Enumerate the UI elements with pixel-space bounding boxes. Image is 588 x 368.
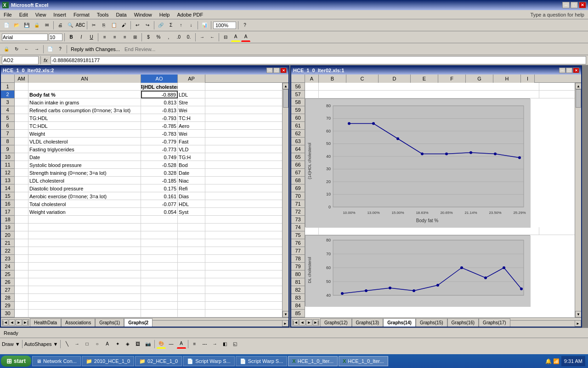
row-header-14[interactable]: 14 <box>1 184 14 192</box>
cell-ap13[interactable]: Niac <box>178 177 205 184</box>
tab-associations[interactable]: Associations <box>61 318 95 327</box>
left-close-btn[interactable]: ✕ <box>280 68 287 73</box>
scroll-track[interactable] <box>283 89 288 311</box>
format-painter-icon[interactable]: 🖌 <box>119 21 129 30</box>
col-header-c[interactable]: C <box>346 75 379 83</box>
permission-icon[interactable]: 🔒 <box>32 21 41 30</box>
right-maximize-btn[interactable]: □ <box>566 68 572 73</box>
cell-am1[interactable] <box>15 83 28 91</box>
cell-ao7[interactable]: -0.783 <box>141 130 178 138</box>
row-header-70[interactable]: 70 <box>291 192 305 200</box>
cell-ao24[interactable] <box>141 263 178 270</box>
start-button[interactable]: ⊞ start <box>1 356 31 367</box>
cell-ap21[interactable] <box>178 239 205 247</box>
menu-help[interactable]: Help <box>156 11 174 18</box>
cell-an10[interactable]: Date <box>28 153 141 161</box>
row-header-78[interactable]: 78 <box>291 255 305 263</box>
arrow-style-icon[interactable]: → <box>210 339 220 349</box>
cell-an20[interactable] <box>28 231 141 239</box>
scroll-down-btn[interactable]: ▼ <box>283 311 288 317</box>
right-tab-last-btn[interactable]: ►| <box>313 319 319 326</box>
cell-an11[interactable]: Systolic blood pressure <box>28 161 141 169</box>
3d-icon[interactable]: ◱ <box>231 339 240 349</box>
menu-adobe[interactable]: Adobe PDF <box>173 11 207 18</box>
row-header-79[interactable]: 79 <box>291 263 305 270</box>
menu-file[interactable]: File <box>0 11 16 18</box>
indent-icon[interactable]: → <box>198 33 207 42</box>
cell-am8[interactable] <box>15 138 28 145</box>
cell-an21[interactable] <box>28 239 141 247</box>
row-header-26[interactable]: 26 <box>1 278 14 286</box>
cell-ao25[interactable] <box>141 270 178 278</box>
cell-ao26[interactable] <box>141 278 178 286</box>
menu-format[interactable]: Format <box>70 11 93 18</box>
tab-graphs17[interactable]: Graphs(17) <box>479 318 510 327</box>
row-header-11[interactable]: 11 <box>1 161 14 169</box>
right-minimize-btn[interactable]: ─ <box>559 68 565 73</box>
col-header-b[interactable]: B <box>319 75 346 83</box>
cell-ap16[interactable]: HDL <box>178 200 205 208</box>
tab-first-btn[interactable]: |◄ <box>2 319 8 326</box>
tab-next-btn[interactable]: ► <box>16 319 22 326</box>
cell-b56[interactable] <box>319 83 539 91</box>
shadow-icon[interactable]: ◧ <box>220 339 230 349</box>
cell-ap28[interactable] <box>178 294 205 302</box>
help3-icon[interactable]: ? <box>56 45 65 54</box>
cell-am26[interactable] <box>15 278 28 286</box>
cell-an26[interactable] <box>28 278 141 286</box>
left-scrollbar-h[interactable] <box>153 320 282 327</box>
forward-icon[interactable]: → <box>32 45 41 54</box>
name-box[interactable] <box>2 56 39 64</box>
chart-icon[interactable]: 📊 <box>200 21 209 30</box>
row-header-15[interactable]: 15 <box>1 192 14 200</box>
scroll-right-btn[interactable]: ► <box>282 320 288 327</box>
cell-am10[interactable] <box>15 153 28 161</box>
merge-icon[interactable]: ⊞ <box>130 33 140 42</box>
scroll-thumb[interactable] <box>283 89 288 108</box>
cell-ao14[interactable]: 0.175 <box>141 184 178 192</box>
hyperlink-icon[interactable]: 🔗 <box>156 21 165 30</box>
col-header-an[interactable]: AN <box>28 75 141 83</box>
cell-ao17[interactable]: 0.054 <box>141 208 178 216</box>
cell-an8[interactable]: VLDL cholesterol <box>28 138 141 145</box>
tab-graphs14[interactable]: Graphs(14) <box>383 318 416 327</box>
align-left-icon[interactable]: ≡ <box>100 33 109 42</box>
taskbar-hce1-btn[interactable]: XHCE_1_0_Iter... <box>288 356 338 366</box>
percent-icon[interactable]: % <box>154 33 163 42</box>
row-header-84[interactable]: 84 <box>291 302 305 310</box>
taskbar-scriptwarp2-btn[interactable]: 📄Script Warp S... <box>236 356 288 366</box>
cell-am16[interactable] <box>15 200 28 208</box>
cell-ao20[interactable] <box>141 231 178 239</box>
cell-am22[interactable] <box>15 247 28 255</box>
cell-an7[interactable]: Weight <box>28 130 141 138</box>
autosum-icon[interactable]: Σ <box>166 21 175 30</box>
cell-ao23[interactable] <box>141 255 178 263</box>
cell-an12[interactable]: Strength training (0=none; 3=a lot) <box>28 169 141 177</box>
cell-ao19[interactable] <box>141 224 178 231</box>
cell-an22[interactable] <box>28 247 141 255</box>
line-tool-icon[interactable]: ╲ <box>62 339 72 349</box>
row-header-25[interactable]: 25 <box>1 270 14 278</box>
col-header-g[interactable]: G <box>466 75 493 83</box>
row-header-80[interactable]: 80 <box>291 270 305 278</box>
row-header-75[interactable]: 75 <box>291 231 305 239</box>
cell-an15[interactable]: Aerobic exercise (0=none; 3=a lot) <box>28 192 141 200</box>
row-header-9[interactable]: 9 <box>1 145 14 153</box>
col-header-am[interactable]: AM <box>15 75 28 83</box>
row-header-28[interactable]: 28 <box>1 294 14 302</box>
clipart-icon[interactable]: 🖼 <box>133 339 142 349</box>
oval-tool-icon[interactable]: ○ <box>93 339 102 349</box>
cell-ap9[interactable]: VLD <box>178 145 205 153</box>
taskbar-hce2-btn[interactable]: XHCE_1_0_Iter... <box>339 356 388 366</box>
col-header-h[interactable]: H <box>493 75 521 83</box>
row-header-6[interactable]: 6 <box>1 122 14 130</box>
cell-am3[interactable] <box>15 98 28 106</box>
tab-graphs15[interactable]: Graphs(15) <box>416 318 447 327</box>
help2-icon[interactable]: ? <box>240 21 249 30</box>
undo-icon[interactable]: ↩ <box>133 21 142 30</box>
cell-an2[interactable]: Body fat % <box>28 91 141 98</box>
row-header-3[interactable]: 3 <box>1 98 14 106</box>
cell-an5[interactable]: TG:HDL <box>28 114 141 122</box>
cell-am14[interactable] <box>15 184 28 192</box>
cell-an17[interactable]: Weight variation <box>28 208 141 216</box>
